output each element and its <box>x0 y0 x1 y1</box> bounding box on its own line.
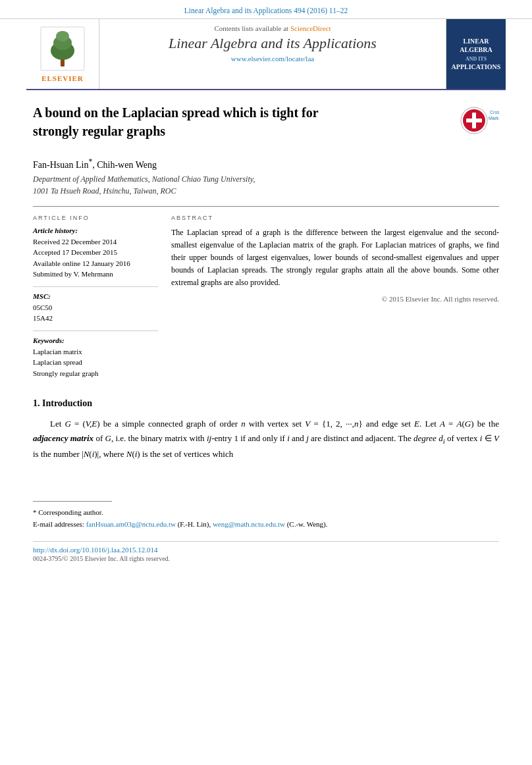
msc-label: MSC: <box>33 292 158 300</box>
history-label: Article history: <box>33 226 158 234</box>
journal-logo-right: LINEARALGEBRAand itsApplications <box>446 19 506 89</box>
article-info-heading: ARTICLE INFO <box>33 215 158 221</box>
svg-text:Cross: Cross <box>490 110 499 115</box>
journal-title: Linear Algebra and its Applications <box>106 35 439 52</box>
msc1: 05C50 <box>33 302 158 313</box>
journal-header-banner: ELSEVIER Contents lists available at Sci… <box>26 19 506 90</box>
svg-rect-9 <box>472 113 476 128</box>
affiliation: Department of Applied Mathematics, Natio… <box>33 173 499 197</box>
footnote-area: * Corresponding author. E-mail addresses… <box>33 501 499 562</box>
abstract-heading: ABSTRACT <box>171 215 499 221</box>
msc-subsection: MSC: 05C50 15A42 <box>33 292 158 324</box>
crossmark-badge-icon[interactable]: Cross Mark <box>460 106 499 136</box>
abstract-column: ABSTRACT The Laplacian spread of a graph… <box>171 215 499 386</box>
elsevier-logo: ELSEVIER <box>40 26 86 82</box>
elsevier-tree-icon <box>40 26 86 72</box>
introduction-heading: 1. Introduction <box>33 398 499 409</box>
author2: Chih-wen Weng <box>97 160 157 170</box>
abstract-copyright: © 2015 Elsevier Inc. All rights reserved… <box>171 295 499 303</box>
author1: Fan-Hsuan Lin <box>33 160 88 170</box>
affiliation-line2: 1001 Ta Hsueh Road, Hsinchu, Taiwan, ROC <box>33 186 176 196</box>
email2-link[interactable]: weng@math.nctu.edu.tw <box>213 520 285 528</box>
received-line: Received 22 December 2014 <box>33 236 158 248</box>
email1-link[interactable]: fanHsuan.am03g@nctu.edu.tw <box>86 520 176 528</box>
right-journal-title: LINEARALGEBRAand itsApplications <box>452 37 501 71</box>
corresponding-author-note: * Corresponding author. <box>33 507 499 519</box>
journal-header-link[interactable]: Linear Algebra and its Applications 494 … <box>0 0 532 19</box>
page-wrapper: Linear Algebra and its Applications 494 … <box>0 0 532 765</box>
contents-line: Contents lists available at ScienceDirec… <box>106 24 439 32</box>
keyword3: Strongly regular graph <box>33 368 158 379</box>
submitted-line: Submitted by V. Mehrmann <box>33 269 158 280</box>
article-info-abstract-row: ARTICLE INFO Article history: Received 2… <box>33 206 499 386</box>
svg-point-4 <box>56 31 69 41</box>
abstract-text: The Laplacian spread of a graph is the d… <box>171 226 499 290</box>
footnote-divider <box>33 501 112 502</box>
available-line: Available online 12 January 2016 <box>33 258 158 269</box>
keywords-label: Keywords: <box>33 336 158 344</box>
title-row: A bound on the Laplacian spread which is… <box>33 103 499 149</box>
keyword1: Laplacian matrix <box>33 346 158 357</box>
main-content: A bound on the Laplacian spread which is… <box>0 90 532 575</box>
keyword2: Laplacian spread <box>33 357 158 368</box>
email1-name: (F.-H. Lin), <box>178 520 211 528</box>
keywords-subsection: Keywords: Laplacian matrix Laplacian spr… <box>33 336 158 379</box>
left-divider-2 <box>33 330 158 331</box>
affiliation-line1: Department of Applied Mathematics, Natio… <box>33 174 255 184</box>
article-title: A bound on the Laplacian spread which is… <box>33 103 362 140</box>
footnote-corresponding: * Corresponding author. E-mail addresses… <box>33 507 499 530</box>
history-subsection: Article history: Received 22 December 20… <box>33 226 158 280</box>
svg-text:Mark: Mark <box>489 116 499 120</box>
contents-text: Contents lists available at <box>214 24 288 32</box>
journal-title-section: Contents lists available at ScienceDirec… <box>99 19 446 89</box>
article-info-column: ARTICLE INFO Article history: Received 2… <box>33 215 158 386</box>
email-line: E-mail addresses: fanHsuan.am03g@nctu.ed… <box>33 519 499 531</box>
corresponding-marker: * <box>88 157 92 166</box>
email-label: E-mail addresses: <box>33 520 84 528</box>
doi-section: http://dx.doi.org/10.1016/j.laa.2015.12.… <box>33 541 499 554</box>
copyright-bottom: 0024-3795/© 2015 Elsevier Inc. All right… <box>33 555 499 562</box>
doi-link[interactable]: http://dx.doi.org/10.1016/j.laa.2015.12.… <box>33 546 158 554</box>
email2-name: (C.-w. Weng). <box>287 520 328 528</box>
elsevier-logo-section: ELSEVIER <box>26 19 99 89</box>
accepted-line: Accepted 17 December 2015 <box>33 247 158 258</box>
elsevier-label: ELSEVIER <box>41 74 84 82</box>
msc2: 15A42 <box>33 313 158 324</box>
journal-url: www.elsevier.com/locate/laa <box>106 55 439 63</box>
left-divider-1 <box>33 286 158 287</box>
sciencedirect-link[interactable]: ScienceDirect <box>290 24 331 32</box>
intro-paragraph: Let G = (V,E) be a simple connected grap… <box>33 417 499 462</box>
authors: Fan-Hsuan Lin*, Chih-wen Weng <box>33 157 499 171</box>
